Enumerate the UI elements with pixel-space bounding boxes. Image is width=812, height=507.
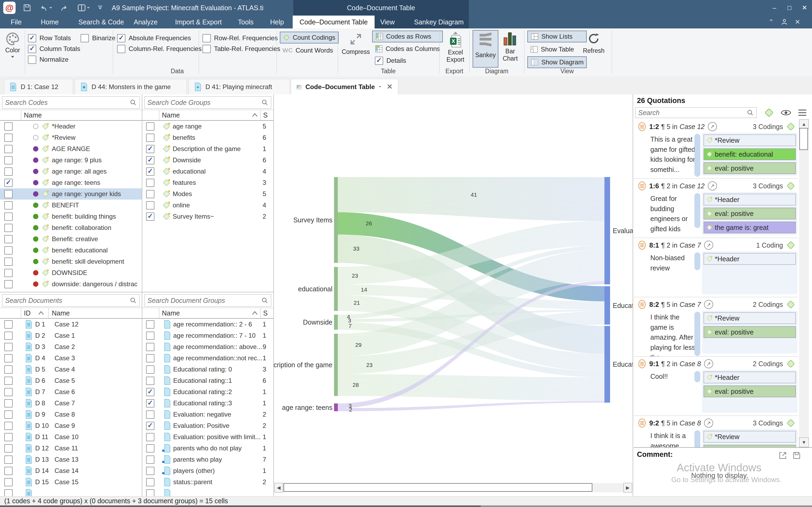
document-group-row[interactable]: Evaluation: positive with limit...1	[142, 431, 273, 443]
checkbox[interactable]	[146, 122, 154, 131]
checkbox[interactable]	[4, 365, 13, 374]
checkbox[interactable]	[146, 478, 154, 486]
scrollbar-thumb[interactable]	[799, 128, 808, 150]
checkbox[interactable]	[146, 365, 154, 374]
scroll-left-button[interactable]: ◀	[274, 483, 283, 493]
ribbon-checkbox-column-rel-frequencies[interactable]: Column-Rel. Frequencies	[117, 44, 202, 54]
checkbox[interactable]	[4, 332, 13, 340]
coding-chip[interactable]: eval: positive	[704, 162, 796, 174]
tab-dropdown-icon[interactable]	[378, 85, 381, 89]
coding-chip[interactable]: eval: positive	[704, 326, 796, 338]
code-row[interactable]: BENEFIT	[0, 200, 142, 211]
checkbox[interactable]	[4, 433, 13, 441]
menu-item-analyze[interactable]: Analyze	[134, 18, 158, 26]
document-row[interactable]: D 5Case 4	[0, 364, 142, 375]
code-row[interactable]: benefit: skill development	[0, 256, 142, 267]
quotation-card-9:2[interactable]: 9:2 ¶ 5 in Case 8 ↗ 3 Codings I think it…	[634, 416, 798, 447]
preview-eye-icon[interactable]	[780, 109, 792, 117]
document-tab-4[interactable]: Code–Document Table✕	[291, 79, 398, 95]
show-lists-button[interactable]: Show Lists	[527, 31, 587, 42]
checkbox[interactable]	[4, 388, 13, 396]
document-group-row[interactable]: players (other)1	[142, 465, 273, 476]
codings-diamond-icon[interactable]	[786, 122, 795, 131]
ribbon-checkbox-table-rel-frequencies[interactable]: Table-Rel. Frequencies	[202, 44, 280, 54]
open-quotation-icon[interactable]: ↗	[708, 122, 717, 131]
sankey-right-node-2[interactable]	[604, 326, 610, 403]
checkbox[interactable]	[146, 343, 154, 351]
coding-chip[interactable]: *Header	[704, 194, 796, 206]
excel-export-button[interactable]: X Excel Export	[443, 32, 468, 63]
checkbox[interactable]	[4, 224, 13, 232]
checkbox[interactable]	[146, 377, 154, 385]
codings-diamond-icon[interactable]	[786, 181, 795, 190]
checkbox[interactable]	[4, 343, 13, 351]
checkbox[interactable]	[4, 179, 13, 187]
document-row[interactable]: D 2Case 1	[0, 330, 142, 341]
document-group-row[interactable]: status::parent2	[142, 476, 273, 488]
sankey-right-node-0[interactable]	[604, 177, 610, 284]
codes-as-columns-button[interactable]: Codes as Columns	[372, 44, 443, 54]
checkbox[interactable]	[146, 388, 154, 396]
documents-list-header[interactable]: ID Name	[0, 308, 142, 319]
document-group-row[interactable]: Evaluation: negative2	[142, 409, 273, 420]
menu-item-help[interactable]: Help	[270, 18, 284, 26]
quotation-text[interactable]: Non-biased review	[650, 253, 696, 273]
checkbox[interactable]	[4, 258, 13, 266]
code-group-row[interactable]: age range5	[142, 121, 273, 132]
codes-list-header[interactable]: Name	[0, 110, 142, 121]
checkbox[interactable]	[28, 34, 36, 42]
show-diagram-button[interactable]: Show Diagram	[527, 56, 587, 68]
checkbox[interactable]	[146, 467, 154, 475]
document-group-row[interactable]: Educational rating::16	[142, 375, 273, 386]
code-row[interactable]: age range: younger kids	[0, 188, 142, 200]
tab-code-document-table[interactable]: Code–Document Table	[293, 15, 374, 29]
checkbox[interactable]	[146, 156, 154, 164]
checkbox[interactable]	[146, 201, 154, 210]
codes-as-rows-button[interactable]: Codes as Rows	[372, 31, 443, 42]
checkbox[interactable]	[4, 156, 13, 164]
document-row[interactable]: D 7Case 6	[0, 386, 142, 398]
undo-icon[interactable]	[39, 3, 53, 12]
redo-icon[interactable]	[60, 3, 70, 12]
save-icon[interactable]	[22, 3, 32, 12]
document-row[interactable]: D 15Case 15	[0, 476, 142, 488]
menu-item-home[interactable]: Home	[41, 18, 59, 26]
checkbox[interactable]	[4, 269, 13, 277]
checkbox[interactable]	[146, 444, 154, 453]
menu-item-search-code[interactable]: Search & Code	[79, 18, 124, 26]
document-row[interactable]: D 8Case 7	[0, 398, 142, 409]
document-row[interactable]: D 14Case 14	[0, 465, 142, 476]
ribbon-checkbox-binarize[interactable]: Binarize	[81, 33, 115, 44]
document-row[interactable]: D 10Case 9	[0, 420, 142, 431]
quotation-card-1:2[interactable]: 1:2 ¶ 5 in Case 12 ↗ 3 Codings This is a…	[634, 119, 798, 179]
sankey-left-node-age range: teens[interactable]	[334, 403, 338, 411]
bar-chart-button[interactable]: Bar Chart	[500, 31, 520, 62]
save-comment-icon[interactable]	[792, 451, 801, 460]
sankey-flow-Description of the game-value-28[interactable]	[338, 374, 604, 401]
sankey-right-node-1[interactable]	[604, 286, 610, 325]
open-quotation-icon[interactable]: ↗	[704, 418, 713, 428]
close-pane-icon[interactable]: ✕	[795, 18, 800, 26]
filter-by-code-icon[interactable]	[764, 107, 774, 118]
checkbox[interactable]	[4, 246, 13, 255]
code-row[interactable]: *Header	[0, 121, 142, 132]
checkbox[interactable]	[4, 422, 13, 430]
quotation-text[interactable]: I think it is a awesome	[650, 431, 696, 447]
checkbox[interactable]	[202, 34, 211, 42]
document-group-row[interactable]: age recommendation:: 7 - 101	[142, 330, 273, 341]
sankey-left-node-Description of the game[interactable]	[334, 334, 338, 396]
minimize-button[interactable]: –	[767, 0, 782, 15]
checkbox[interactable]	[146, 320, 154, 329]
code-row[interactable]: age range: teens	[0, 177, 142, 188]
coding-chip[interactable]: benefit: educational	[704, 148, 796, 160]
color-button[interactable]: Color	[2, 31, 23, 59]
quotations-search-input[interactable]: Search	[635, 107, 757, 118]
document-row[interactable]: D 13Case 13	[0, 454, 142, 465]
checkbox[interactable]	[4, 410, 13, 419]
sankey-left-node-Downside[interactable]	[334, 315, 338, 330]
document-tab-2[interactable]: D 44: Monsters in the game	[74, 79, 187, 95]
checkbox[interactable]	[117, 45, 125, 53]
ribbon-checkbox-row-rel-frequencies[interactable]: Row-Rel. Frequencies	[202, 33, 280, 44]
compress-button[interactable]: Compress	[341, 32, 370, 56]
checkbox[interactable]	[4, 467, 13, 475]
